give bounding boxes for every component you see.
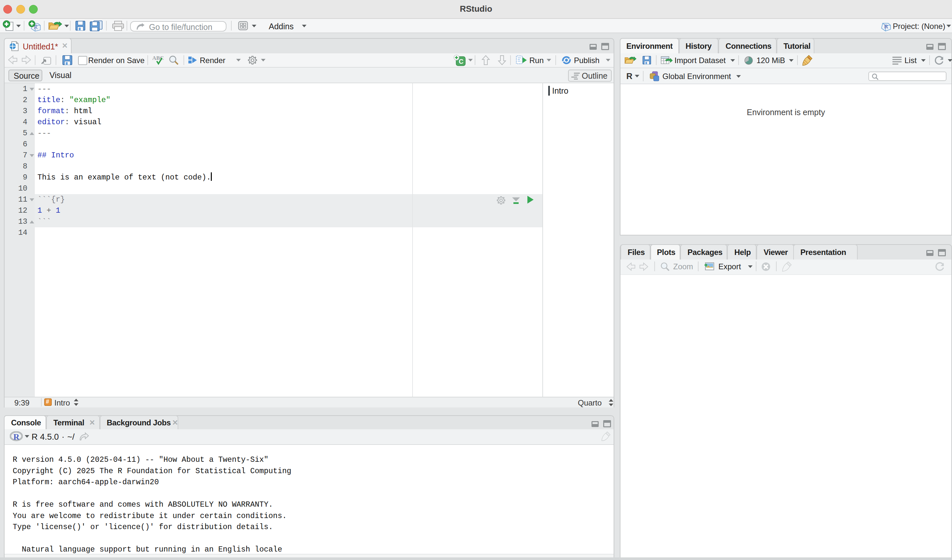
svg-text:R: R: [884, 23, 888, 29]
svg-text:R: R: [13, 432, 20, 442]
svg-text:C: C: [459, 58, 463, 65]
